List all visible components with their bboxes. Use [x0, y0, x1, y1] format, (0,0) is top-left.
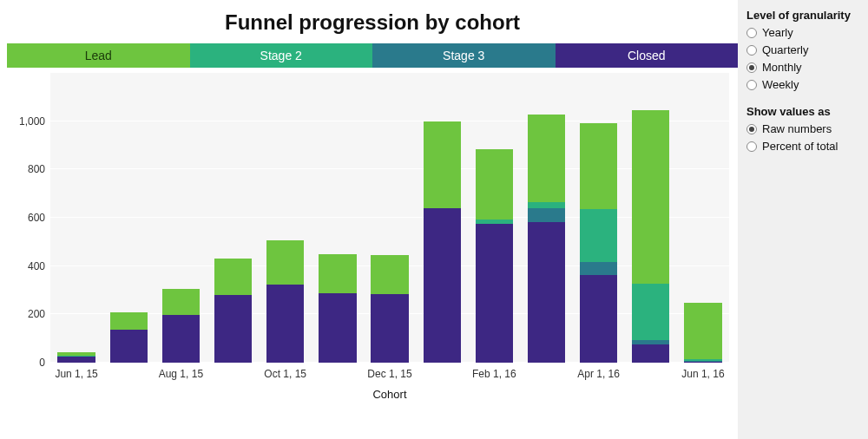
bar-segment-stage2: [580, 209, 617, 262]
bar-segment-closed: [319, 293, 356, 363]
radio-label: Raw numbers: [762, 121, 832, 137]
bar-segment-closed: [528, 222, 565, 363]
bar-column[interactable]: [677, 73, 729, 363]
bar-segment-lead: [162, 289, 200, 315]
bar-column[interactable]: [625, 73, 677, 363]
bar-segment-closed: [214, 295, 252, 363]
bars: [50, 73, 729, 363]
bar-column[interactable]: [364, 73, 416, 363]
bar-segment-closed: [266, 285, 304, 363]
bar-segment-closed: [57, 357, 95, 363]
radio-label: Yearly: [762, 25, 793, 41]
chart-title: Funnel progression by cohort: [7, 10, 738, 35]
bar-column[interactable]: [573, 73, 625, 363]
legend-item-stage3[interactable]: Stage 3: [372, 43, 556, 68]
bar-segment-lead: [371, 255, 408, 294]
bar-column[interactable]: [468, 73, 520, 363]
y-axis: 02004006008001,000: [7, 73, 50, 363]
granularity-heading: Level of granularity: [746, 9, 859, 22]
bar-segment-lead: [319, 254, 356, 293]
bar-segment-closed: [162, 315, 200, 363]
radio-label: Monthly: [762, 60, 802, 75]
legend-item-lead[interactable]: Lead: [7, 43, 190, 68]
bar-segment-lead: [632, 110, 669, 284]
values_as-option[interactable]: Raw numbers: [746, 121, 859, 137]
bar-column[interactable]: [416, 73, 468, 363]
radio-dot-icon: [746, 28, 757, 38]
x-tick: Feb 1, 16: [472, 368, 516, 380]
y-tick: 800: [28, 163, 45, 175]
bar-segment-closed: [632, 344, 669, 363]
y-tick: 600: [28, 212, 45, 224]
bar-segment-stage3: [528, 208, 565, 221]
radio-dot-icon: [746, 45, 757, 56]
plot: 02004006008001,000 Cohort Jun 1, 15Aug 1…: [7, 73, 738, 403]
legend: Lead Stage 2 Stage 3 Closed: [7, 43, 738, 68]
radio-dot-icon: [746, 141, 757, 152]
bar-segment-closed: [580, 275, 617, 363]
bar-segment-stage2: [528, 202, 565, 209]
bar-segment-stage3: [580, 262, 617, 275]
bar-segment-closed: [371, 294, 408, 363]
bar-column[interactable]: [155, 73, 207, 363]
bar-segment-lead: [528, 115, 565, 201]
radio-dot-icon: [746, 62, 757, 73]
radio-dot-icon: [746, 124, 757, 134]
granularity-option[interactable]: Weekly: [746, 77, 859, 93]
y-tick: 1,000: [19, 115, 45, 128]
bar-segment-lead: [684, 303, 721, 359]
bar-segment-closed: [476, 224, 513, 363]
y-tick: 0: [39, 357, 45, 369]
values-as-heading: Show values as: [746, 105, 859, 118]
x-tick: Jun 1, 15: [55, 368, 97, 380]
y-tick: 200: [28, 308, 45, 320]
bar-column[interactable]: [312, 73, 364, 363]
bar-segment-lead: [110, 312, 148, 330]
radio-label: Weekly: [762, 77, 799, 93]
bar-segment-lead: [214, 259, 252, 296]
granularity-option[interactable]: Monthly: [746, 60, 859, 75]
granularity-option[interactable]: Quarterly: [746, 43, 859, 58]
bar-column[interactable]: [520, 73, 572, 363]
x-tick: Aug 1, 15: [159, 368, 203, 380]
legend-item-stage2[interactable]: Stage 2: [190, 43, 373, 68]
bar-segment-lead: [266, 240, 304, 285]
x-axis-label: Cohort: [372, 388, 406, 401]
bar-column[interactable]: [207, 73, 259, 363]
bar-segment-closed: [424, 208, 461, 363]
bar-segment-lead: [424, 121, 461, 208]
bar-column[interactable]: [102, 73, 155, 363]
bar-segment-lead: [580, 123, 617, 209]
granularity-option[interactable]: Yearly: [746, 25, 859, 41]
radio-label: Percent of total: [762, 139, 838, 154]
x-tick: Dec 1, 15: [367, 368, 411, 380]
bar-segment-lead: [476, 149, 513, 220]
values_as-option[interactable]: Percent of total: [746, 139, 859, 154]
bar-segment-stage2: [632, 284, 669, 340]
x-axis: Cohort Jun 1, 15Aug 1, 15Oct 1, 15Dec 1,…: [50, 363, 729, 403]
radio-dot-icon: [746, 80, 757, 90]
legend-item-closed[interactable]: Closed: [556, 43, 739, 68]
x-tick: Oct 1, 15: [264, 368, 306, 380]
x-tick: Jun 1, 16: [681, 368, 724, 380]
y-tick: 400: [28, 260, 45, 272]
x-tick: Apr 1, 16: [577, 368, 620, 380]
radio-label: Quarterly: [762, 43, 808, 58]
bar-segment-closed: [110, 330, 148, 363]
bar-column[interactable]: [260, 73, 312, 363]
controls-sidebar: Level of granularity YearlyQuarterlyMont…: [738, 0, 868, 439]
bar-column[interactable]: [50, 73, 102, 363]
